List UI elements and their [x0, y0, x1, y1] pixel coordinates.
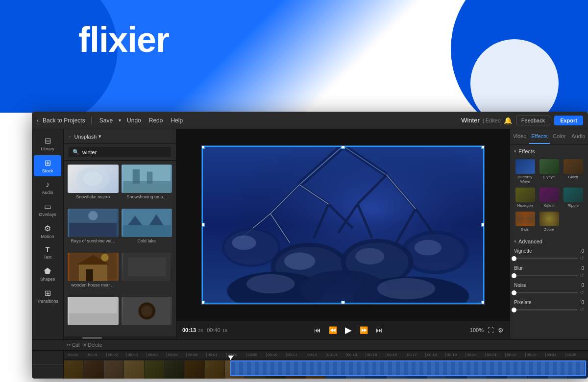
blur-slider[interactable]	[514, 275, 578, 276]
list-item[interactable]: Snowshoeing on a...	[122, 165, 172, 206]
blur-label: Blur	[514, 265, 523, 271]
effect-swirl[interactable]: Swirl	[514, 211, 536, 233]
advanced-section-header[interactable]: ▾ Advanced	[514, 239, 584, 244]
preview-area: 00:13 25 00:40 16 ⏮ ⏪ ▶ ⏩ ⏭ 100% ⛶ ⚙	[176, 129, 510, 339]
playhead[interactable]	[230, 358, 231, 360]
list-item[interactable]: Cold lake	[122, 209, 172, 250]
zoom-level: 100%	[470, 327, 484, 333]
list-item[interactable]	[122, 253, 172, 294]
delete-button[interactable]: ✕ Delete	[83, 342, 102, 348]
tab-color[interactable]: Color	[550, 129, 569, 144]
noise-slider[interactable]	[514, 292, 578, 293]
search-input-wrap: 🔍	[69, 147, 171, 157]
tab-audio[interactable]: Audio	[569, 129, 588, 144]
menubar-right: 🔔 Feedback Export	[504, 116, 583, 125]
help-button[interactable]: Help	[169, 116, 185, 125]
total-time: 00:40	[207, 327, 220, 333]
list-item[interactable]: wooden house near ...	[68, 253, 119, 294]
list-item[interactable]	[122, 297, 172, 333]
timeline-clip[interactable]	[230, 360, 586, 376]
search-input[interactable]	[82, 149, 167, 155]
ruler-mark: 00:07	[206, 353, 226, 357]
sidebar-item-motion[interactable]: ⚙ Motion	[34, 221, 61, 242]
right-panel: Video Effects Color Audio ▾ Effects Butt…	[510, 129, 588, 339]
list-item[interactable]	[68, 297, 119, 333]
tab-effects[interactable]: Effects	[529, 129, 549, 144]
menubar-center: Winter | Edited	[461, 117, 501, 124]
menubar-left: ‹ Back to Projects Save ▾ Undo Redo Help	[37, 116, 458, 125]
redo-button[interactable]: Redo	[147, 116, 165, 125]
effect-flyeye[interactable]: Flyeye	[538, 158, 560, 185]
effect-label-butterfly: Butterfly Wave	[515, 175, 535, 184]
timeline-track[interactable]	[64, 358, 588, 360]
search-icon: 🔍	[73, 149, 79, 155]
pixelate-reset-button[interactable]: ↺	[580, 307, 584, 313]
effect-glitch[interactable]: Glitch	[562, 158, 584, 185]
vignette-reset-button[interactable]: ↺	[580, 255, 584, 262]
pixelate-slider[interactable]	[514, 309, 578, 310]
effects-section-header[interactable]: ▾ Effects	[514, 148, 584, 154]
sidebar-item-shapes[interactable]: ⬟ Shapes	[34, 263, 61, 285]
vignette-slider[interactable]	[514, 258, 578, 259]
filmstrip-frame	[64, 360, 84, 379]
filmstrip-frame	[104, 360, 124, 379]
sidebar-item-text[interactable]: T Text	[34, 243, 61, 263]
pixelate-thumb[interactable]	[512, 308, 516, 312]
rewind-button[interactable]: ⏪	[327, 325, 339, 335]
save-dropdown-icon[interactable]: ▾	[119, 118, 121, 123]
filmstrip-frame	[124, 360, 144, 379]
effect-ripple[interactable]: Ripple	[562, 187, 584, 209]
list-item[interactable]: Rays of sunshine wa...	[68, 209, 119, 250]
back-arrow-icon: ‹	[37, 117, 39, 124]
feedback-button[interactable]: Feedback	[516, 116, 550, 125]
sidebar-item-overlays[interactable]: ▭ Overlays	[34, 199, 61, 220]
fast-forward-button[interactable]: ⏩	[358, 325, 370, 335]
skip-to-start-button[interactable]: ⏮	[312, 325, 323, 335]
sidebar-item-stock[interactable]: ⊞ Stock	[34, 155, 61, 176]
svg-rect-65	[203, 146, 484, 304]
fullscreen-button[interactable]: ⛶	[488, 327, 494, 334]
effect-butterfly-wave[interactable]: Butterfly Wave	[514, 158, 536, 185]
noise-thumb[interactable]	[512, 290, 516, 295]
editor-window: ‹ Back to Projects Save ▾ Undo Redo Help…	[32, 112, 588, 379]
noise-reset-button[interactable]: ↺	[580, 289, 584, 296]
filmstrip-frame	[145, 360, 165, 379]
sidebar-item-audio[interactable]: ♪ Audio	[34, 177, 61, 198]
effect-thumb-kaleid	[539, 188, 559, 202]
timeline-label-video	[32, 351, 63, 365]
source-selector-button[interactable]: Unsplash ▾	[74, 133, 102, 140]
audio-icon: ♪	[46, 180, 49, 189]
left-sidebar: ⊟ Library ⊞ Stock ♪ Audio ▭ Overlays ⚙ M…	[32, 129, 64, 339]
skip-to-end-button[interactable]: ⏭	[374, 325, 385, 335]
back-to-projects-button[interactable]: Back to Projects	[43, 117, 85, 124]
notifications-icon[interactable]: 🔔	[504, 117, 512, 124]
blur-reset-button[interactable]: ↺	[580, 272, 584, 279]
media-thumb	[122, 209, 172, 237]
sidebar-item-transitions[interactable]: ⊞ Transitions	[34, 286, 61, 307]
ruler-mark: 00:24	[545, 353, 565, 357]
source-label: Unsplash	[74, 134, 97, 140]
play-button[interactable]: ▶	[343, 324, 354, 336]
sidebar-item-library[interactable]: ⊟ Library	[34, 133, 61, 154]
blur-thumb[interactable]	[512, 273, 516, 278]
effect-kaleid[interactable]: Kaleid	[538, 187, 560, 209]
advanced-section-label: Advanced	[518, 239, 542, 244]
undo-button[interactable]: Undo	[125, 116, 143, 125]
playback-settings-button[interactable]: ⚙	[498, 327, 504, 334]
edited-badge: | Edited	[483, 118, 501, 123]
effect-hexagon[interactable]: Hexagon	[514, 187, 536, 209]
media-scrollbar[interactable]	[64, 336, 176, 339]
media-item-label: wooden house near ...	[68, 283, 119, 288]
blur-value: 0	[581, 265, 584, 271]
effect-zoom[interactable]: Zoom	[538, 211, 560, 233]
cut-button[interactable]: ✂ Cut	[67, 342, 80, 348]
tab-video[interactable]: Video	[510, 129, 529, 144]
project-title: Winter	[461, 117, 480, 124]
save-button[interactable]: Save	[98, 116, 115, 125]
motion-icon: ⚙	[44, 224, 51, 233]
svg-rect-21	[69, 313, 117, 325]
vignette-thumb[interactable]	[512, 256, 516, 261]
svg-point-17	[101, 254, 108, 261]
export-button[interactable]: Export	[554, 116, 583, 125]
list-item[interactable]: Snowflake macro	[68, 165, 119, 206]
